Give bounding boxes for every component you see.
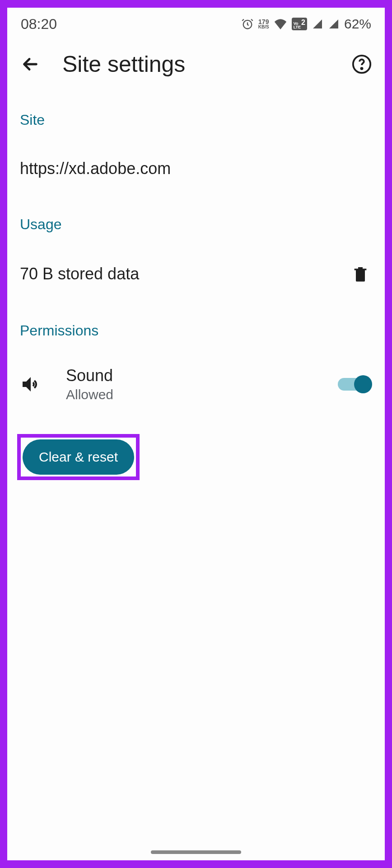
kbs-value: 179 <box>258 19 269 25</box>
usage-stored-text: 70 B stored data <box>20 264 139 283</box>
clear-reset-button[interactable]: Clear & reset <box>23 439 134 475</box>
section-header-site: Site <box>20 95 372 137</box>
volte-num: 2 <box>301 19 305 26</box>
permission-title: Sound <box>66 366 313 385</box>
status-bar: 08:20 179 KB/S Vo <box>7 8 385 38</box>
nav-bar-handle[interactable] <box>151 850 241 854</box>
clear-reset-highlight: Clear & reset <box>17 434 140 480</box>
toggle-thumb <box>354 375 372 393</box>
content: Site https://xd.adobe.com Usage 70 B sto… <box>7 95 385 480</box>
permission-text: Sound Allowed <box>66 366 313 402</box>
status-time: 08:20 <box>21 16 57 33</box>
battery-percentage: 62% <box>344 16 371 32</box>
signal-icon-2 <box>328 19 340 29</box>
sound-toggle[interactable] <box>338 375 372 393</box>
delete-storage-button[interactable] <box>351 264 369 284</box>
volte-lte: LTE <box>294 25 301 29</box>
sound-icon <box>20 373 42 395</box>
network-speed: 179 KB/S <box>258 19 269 29</box>
help-button[interactable] <box>351 54 372 75</box>
page-title: Site settings <box>62 51 330 77</box>
usage-row: 70 B stored data <box>20 242 372 306</box>
back-button[interactable] <box>20 54 41 75</box>
app-bar: Site settings <box>7 38 385 95</box>
permission-row-sound[interactable]: Sound Allowed <box>20 348 372 420</box>
signal-icon-1 <box>312 19 323 29</box>
volte-badge: Vo LTE 2 <box>292 18 307 30</box>
alarm-icon <box>241 18 254 30</box>
site-url[interactable]: https://xd.adobe.com <box>20 137 372 200</box>
phone-frame: 08:20 179 KB/S Vo <box>4 5 388 863</box>
section-header-usage: Usage <box>20 200 372 242</box>
kbs-unit: KB/S <box>258 25 269 29</box>
svg-point-2 <box>361 68 362 69</box>
wifi-icon <box>274 19 287 29</box>
permission-status: Allowed <box>66 387 313 402</box>
section-header-permissions: Permissions <box>20 306 372 348</box>
status-icons: 179 KB/S Vo LTE 2 <box>241 16 371 32</box>
